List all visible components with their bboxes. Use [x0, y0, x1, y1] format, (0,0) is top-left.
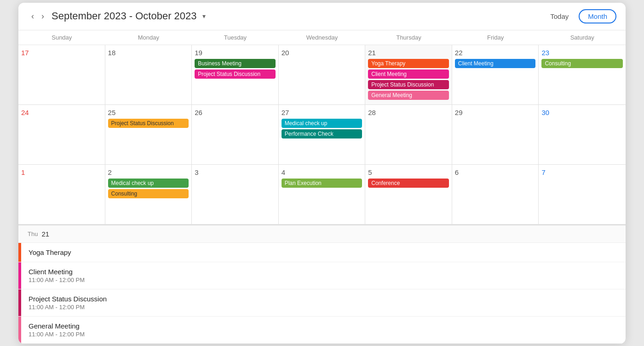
today-button[interactable]: Today [545, 10, 574, 23]
event-project-status-21[interactable]: Project Status Discussion [368, 80, 449, 89]
next-button[interactable]: › [38, 10, 48, 23]
date-7: 7 [541, 168, 623, 176]
event-business-meeting[interactable]: Business Meeting [195, 59, 276, 68]
dropdown-icon[interactable]: ▾ [202, 12, 206, 20]
date-1: 1 [21, 168, 102, 176]
cell-29[interactable]: 29 [452, 105, 539, 165]
date-27: 27 [282, 109, 362, 116]
cell-23[interactable]: 23 Consulting [539, 45, 626, 105]
detail-content-client: Client Meeting 11:00 AM - 12:00 PM [21, 262, 626, 289]
detail-panel: Thu 21 Yoga Therapy Client Meeting 11:00… [18, 225, 626, 344]
date-17: 17 [21, 49, 102, 57]
cell-18[interactable]: 18 [105, 45, 192, 105]
cell-7[interactable]: 7 [539, 165, 626, 225]
cell-2[interactable]: 2 Medical check up Consulting [105, 165, 192, 225]
calendar-header: ‹ › September 2023 - October 2023 ▾ Toda… [18, 3, 626, 30]
cell-20[interactable]: 20 [279, 45, 366, 105]
event-client-meeting-21[interactable]: Client Meeting [368, 69, 449, 79]
date-25: 25 [108, 109, 189, 116]
date-22: 22 [455, 49, 536, 57]
month-button[interactable]: Month [579, 9, 616, 23]
prev-button[interactable]: ‹ [28, 10, 38, 23]
cell-6[interactable]: 6 [452, 165, 539, 225]
date-26: 26 [195, 109, 276, 116]
cell-27[interactable]: 27 Medical check up Performance Check [279, 105, 366, 165]
detail-time-client: 11:00 AM - 12:00 PM [29, 277, 618, 283]
detail-event-general[interactable]: General Meeting 11:00 AM - 12:00 PM [18, 317, 626, 344]
month-title: September 2023 - October 2023 [52, 10, 197, 22]
detail-title-yoga: Yoga Therapy [29, 248, 618, 256]
day-wednesday: Wednesday [279, 30, 366, 45]
cell-24[interactable]: 24 [18, 105, 105, 165]
detail-event-yoga[interactable]: Yoga Therapy [18, 243, 626, 262]
cell-25[interactable]: 25 Project Status Discussion [105, 105, 192, 165]
cell-3[interactable]: 3 [192, 165, 279, 225]
event-plan-execution[interactable]: Plan Execution [282, 179, 362, 188]
cell-26[interactable]: 26 [192, 105, 279, 165]
day-monday: Monday [105, 30, 192, 45]
event-consulting-2[interactable]: Consulting [108, 189, 189, 198]
day-tuesday: Tuesday [192, 30, 279, 45]
date-21: 21 [368, 49, 449, 57]
date-18: 18 [108, 49, 189, 57]
detail-date-label: 21 [41, 230, 49, 238]
event-conference[interactable]: Conference [368, 179, 449, 188]
event-project-status-19[interactable]: Project Status Discussion [195, 69, 276, 79]
day-sunday: Sunday [18, 30, 105, 45]
day-friday: Friday [452, 30, 539, 45]
detail-event-project[interactable]: Project Status Discussion 11:00 AM - 12:… [18, 289, 626, 317]
detail-content-yoga: Yoga Therapy [21, 243, 626, 262]
date-24: 24 [21, 109, 102, 116]
date-23: 23 [541, 49, 623, 57]
header-right: Today Month [545, 9, 616, 23]
event-medical-2[interactable]: Medical check up [108, 179, 189, 188]
detail-content-general: General Meeting 11:00 AM - 12:00 PM [21, 317, 626, 343]
detail-title-project: Project Status Discussion [29, 295, 618, 303]
cell-21[interactable]: 21 Yoga Therapy Client Meeting Project S… [365, 45, 452, 105]
detail-title-client: Client Meeting [29, 268, 618, 276]
cell-17[interactable]: 17 [18, 45, 105, 105]
day-saturday: Saturday [539, 30, 626, 45]
detail-content-project: Project Status Discussion 11:00 AM - 12:… [21, 289, 626, 316]
date-4: 4 [282, 168, 362, 176]
cell-22[interactable]: 22 Client Meeting [452, 45, 539, 105]
detail-event-client[interactable]: Client Meeting 11:00 AM - 12:00 PM [18, 262, 626, 289]
cell-19[interactable]: 19 Business Meeting Project Status Discu… [192, 45, 279, 105]
event-medical-27[interactable]: Medical check up [282, 119, 362, 128]
event-general-meeting[interactable]: General Meeting [368, 91, 449, 100]
detail-day-label: Thu [28, 231, 38, 237]
days-header: Sunday Monday Tuesday Wednesday Thursday… [18, 30, 626, 45]
date-20: 20 [282, 49, 362, 57]
date-29: 29 [455, 109, 536, 116]
event-project-status-25[interactable]: Project Status Discussion [108, 119, 189, 128]
cell-1[interactable]: 1 [18, 165, 105, 225]
date-2: 2 [108, 168, 189, 176]
date-28: 28 [368, 109, 449, 116]
date-6: 6 [455, 168, 536, 176]
detail-time-project: 11:00 AM - 12:00 PM [29, 304, 618, 311]
date-19: 19 [195, 49, 276, 57]
event-client-meeting-22[interactable]: Client Meeting [455, 59, 536, 68]
event-yoga-therapy[interactable]: Yoga Therapy [368, 59, 449, 68]
event-consulting-23[interactable]: Consulting [541, 59, 623, 68]
detail-header: Thu 21 [18, 225, 626, 243]
cell-4[interactable]: 4 Plan Execution [279, 165, 366, 225]
day-thursday: Thursday [365, 30, 452, 45]
cell-30[interactable]: 30 [539, 105, 626, 165]
calendar-container: ‹ › September 2023 - October 2023 ▾ Toda… [18, 3, 626, 344]
detail-title-general: General Meeting [29, 322, 618, 330]
cell-5[interactable]: 5 Conference [365, 165, 452, 225]
date-30: 30 [541, 109, 623, 116]
detail-time-general: 11:00 AM - 12:00 PM [29, 331, 618, 338]
date-3: 3 [195, 168, 276, 176]
calendar-grid: 17 18 19 Business Meeting Project Status… [18, 45, 626, 225]
cell-28[interactable]: 28 [365, 105, 452, 165]
date-5: 5 [368, 168, 449, 176]
event-performance-check[interactable]: Performance Check [282, 129, 362, 138]
